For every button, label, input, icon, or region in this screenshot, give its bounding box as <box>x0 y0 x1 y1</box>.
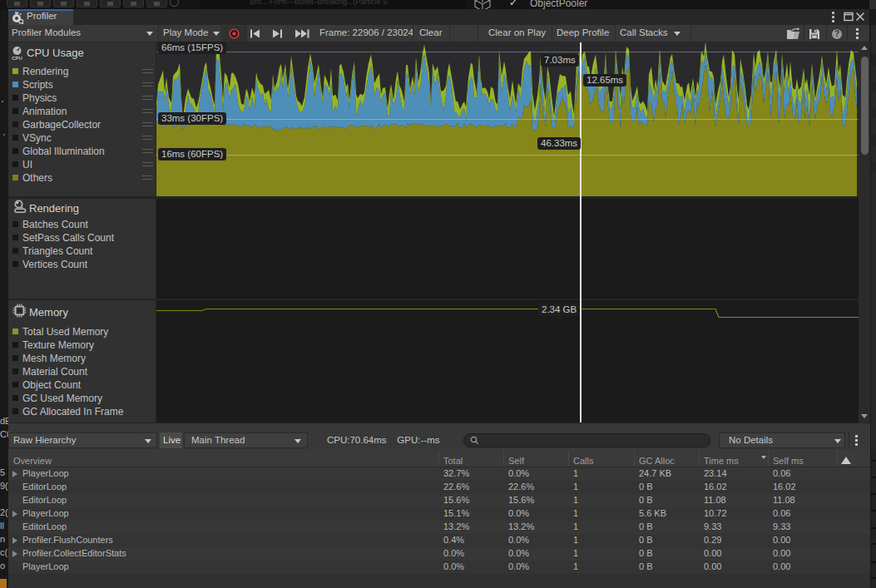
svg-text:CPU: CPU <box>12 56 22 61</box>
